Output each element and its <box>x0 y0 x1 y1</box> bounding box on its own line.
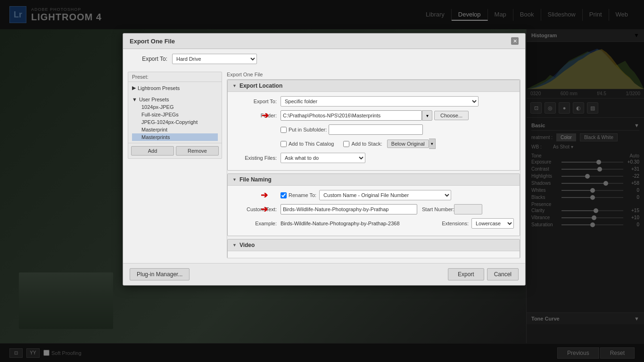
file-naming-title: File Naming <box>239 176 272 183</box>
custom-text-red-arrow: ➔ <box>261 204 268 214</box>
add-to-stack-text: Add to Stack: <box>351 141 382 147</box>
custom-text-row: Custom Text: ➔ Start Number: <box>233 204 514 215</box>
choose-folder-btn[interactable]: Choose... <box>434 111 469 120</box>
put-in-subfolder-label[interactable]: Put in Subfolder: <box>281 127 327 133</box>
video-title: Video <box>239 242 255 248</box>
location-export-to-row: Export To: Specific folder <box>233 96 514 107</box>
preset-masterprints[interactable]: Masterprints <box>132 133 218 141</box>
rename-to-text: Rename To: <box>289 192 316 198</box>
footer-right: Export Cancel <box>444 268 519 280</box>
example-value: Birds-Wildlife-Nature-Photography-by-Pra… <box>281 221 400 226</box>
folder-row: Folder: ➔ ▾ Choose... <box>233 110 514 121</box>
file-naming-content: ➔ Rename To: Custom Name - Original File… <box>228 186 520 236</box>
close-dialog-btn[interactable]: ✕ <box>511 37 519 45</box>
video-header[interactable]: ▼ Video <box>228 239 520 251</box>
add-to-stack-label[interactable]: Add to Stack: <box>343 141 382 147</box>
export-location-header[interactable]: ▼ Export Location <box>228 80 520 92</box>
folder-label: Folder: <box>233 113 281 118</box>
preset-sidebar-container: Preset: ▶ Lightroom Presets ▼ User Prese… <box>128 72 222 258</box>
preset-group-user: ▼ User Presets 1024px-JPEG Full-size-JPE… <box>128 94 222 143</box>
include-video-text: Include Video Files: <box>289 258 334 258</box>
preset-list: ▶ Lightroom Presets ▼ User Presets 1024p… <box>128 82 222 143</box>
preset-1024px[interactable]: 1024px-JPEG <box>132 103 218 111</box>
location-export-to-label: Export To: <box>233 99 281 104</box>
preset-sidebar: Preset: ▶ Lightroom Presets ▼ User Prese… <box>128 72 222 159</box>
file-naming-header[interactable]: ▼ File Naming <box>228 174 520 186</box>
subfolder-catalog-row: Put in Subfolder: <box>233 124 514 135</box>
export-location-triangle: ▼ <box>232 83 237 88</box>
dialog-overlay: Export One File ✕ Export To: Hard Drive … <box>0 0 644 362</box>
existing-files-label: Existing Files: <box>233 155 281 161</box>
user-presets-group[interactable]: ▼ User Presets <box>132 96 218 103</box>
start-number-label: Start Number: <box>422 206 454 212</box>
lightroom-triangle-icon: ▶ <box>132 85 136 91</box>
preset-footer: Add Remove <box>128 143 222 158</box>
rename-to-checkbox[interactable] <box>281 192 287 198</box>
rename-to-group: ➔ Rename To: Custom Name - Original File… <box>281 190 451 200</box>
rename-to-checkbox-label[interactable]: Rename To: <box>281 192 316 198</box>
export-dialog: Export One File ✕ Export To: Hard Drive … <box>123 33 526 286</box>
export-to-row: Export To: Hard Drive <box>123 49 525 67</box>
add-to-stack-checkbox[interactable] <box>343 141 349 147</box>
export-btn[interactable]: Export <box>448 268 484 280</box>
file-naming-triangle: ▼ <box>232 177 237 182</box>
preset-group-lightroom: ▶ Lightroom Presets <box>128 82 222 94</box>
preset-masterprint[interactable]: Masterprint <box>132 126 218 133</box>
location-export-to-select[interactable]: Specific folder <box>281 96 479 107</box>
add-to-catalog-text: Add to This Catalog <box>289 141 334 147</box>
example-label: Example: <box>233 221 281 226</box>
video-panel: ▼ Video Include Video Files: <box>227 239 520 258</box>
user-triangle-icon: ▼ <box>132 97 137 102</box>
lightroom-presets-group[interactable]: ▶ Lightroom Presets <box>132 84 218 92</box>
below-original-dropdown[interactable]: ▾ <box>429 139 436 149</box>
file-naming-panel: ▼ File Naming ➔ Re <box>227 173 520 236</box>
rename-template-select[interactable]: Custom Name - Original File Number <box>319 190 451 200</box>
custom-text-input[interactable] <box>281 204 417 214</box>
existing-files-select[interactable]: Ask what to do <box>281 153 365 163</box>
preset-jpeg-copyright[interactable]: JPEG-1024px-Copyright <box>132 118 218 126</box>
custom-text-label: Custom Text: <box>233 206 281 212</box>
dialog-title: Export One File <box>130 38 175 45</box>
add-preset-btn[interactable]: Add <box>131 146 174 156</box>
start-number-input[interactable] <box>454 204 482 214</box>
video-triangle: ▼ <box>232 243 237 247</box>
lightroom-presets-label: Lightroom Presets <box>138 85 180 91</box>
add-to-catalog-label[interactable]: Add to This Catalog <box>281 141 334 147</box>
put-in-subfolder-text: Put in Subfolder: <box>289 127 327 132</box>
custom-text-group: ➔ Start Number: <box>281 204 514 214</box>
preset-fullsize[interactable]: Full-size-JPEGs <box>132 111 218 118</box>
below-original-btn[interactable]: Below Original <box>387 140 429 148</box>
dialog-title-bar: Export One File ✕ <box>123 33 525 49</box>
folder-dropdown-arrow[interactable]: ▾ <box>422 110 432 121</box>
existing-files-row: Existing Files: Ask what to do <box>233 152 514 164</box>
add-to-catalog-checkbox[interactable] <box>281 141 287 147</box>
export-to-label: Export To: <box>130 56 167 62</box>
export-one-file-label: Export One File <box>227 72 520 77</box>
folder-input-group: ➔ ▾ Choose... <box>281 110 514 121</box>
export-content: Export One File ▼ Export Location Export… <box>227 72 520 258</box>
cancel-btn[interactable]: Cancel <box>487 268 519 280</box>
extensions-select[interactable]: Lowercase <box>471 218 514 229</box>
remove-preset-btn[interactable]: Remove <box>176 146 219 156</box>
export-location-content: Export To: Specific folder Folder: <box>228 92 520 170</box>
plugin-manager-btn[interactable]: Plug-in Manager... <box>130 268 190 280</box>
add-to-catalog-row: Add to This Catalog Add to Stack: Below … <box>233 138 514 149</box>
preset-header: Preset: <box>128 72 222 82</box>
export-location-panel: ▼ Export Location Export To: Specific fo… <box>227 80 520 171</box>
subfolder-input[interactable] <box>329 124 423 135</box>
folder-input[interactable] <box>281 110 422 121</box>
rename-to-row: ➔ Rename To: Custom Name - Original File… <box>233 189 514 201</box>
folder-red-arrow: ➔ <box>262 110 269 121</box>
extensions-label: Extensions: <box>442 221 469 226</box>
below-original-group: Below Original ▾ <box>384 139 436 149</box>
section-scroll[interactable]: ▼ Export Location Export To: Specific fo… <box>227 79 520 258</box>
user-presets-label: User Presets <box>139 97 169 102</box>
put-in-subfolder-checkbox[interactable] <box>281 127 287 133</box>
rename-red-arrow: ➔ <box>261 190 268 200</box>
video-content: Include Video Files: Video Format: <box>228 251 520 258</box>
export-location-title: Export Location <box>239 82 282 89</box>
include-video-checkbox[interactable] <box>281 258 287 259</box>
example-row: Example: Birds-Wildlife-Nature-Photograp… <box>233 218 514 229</box>
export-to-select[interactable]: Hard Drive <box>172 54 257 64</box>
include-video-label[interactable]: Include Video Files: <box>281 258 334 259</box>
